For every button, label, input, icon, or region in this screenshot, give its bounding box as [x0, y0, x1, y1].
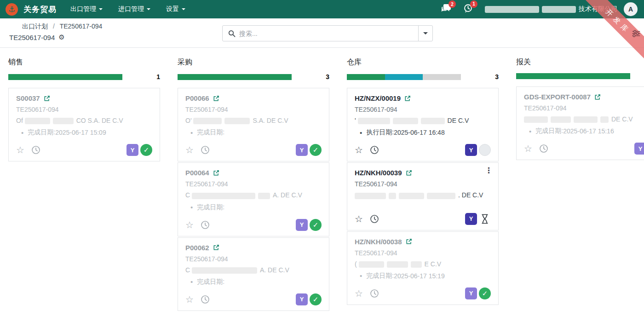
- kebab-menu-icon[interactable]: ⋮: [485, 167, 493, 174]
- star-favorite-icon[interactable]: ☆: [185, 145, 194, 155]
- column-record-count: 3: [461, 73, 499, 80]
- date-label: 完成日期:: [197, 128, 224, 137]
- messages-button[interactable]: 2: [441, 4, 451, 15]
- star-favorite-icon[interactable]: ☆: [16, 145, 24, 155]
- star-favorite-icon[interactable]: ☆: [355, 214, 363, 224]
- chevron-down-icon: [147, 8, 150, 10]
- external-link-icon[interactable]: [406, 170, 412, 176]
- progressbar-segment[interactable]: [385, 74, 423, 80]
- card-reference[interactable]: P00066: [185, 94, 209, 102]
- kanban-card[interactable]: HZ/NKH/00039⋮TE250617-094. DE C.V☆Y: [347, 162, 499, 230]
- activity-clock-icon[interactable]: [201, 145, 210, 155]
- assignee-avatar[interactable]: Y: [296, 144, 308, 156]
- assignee-avatar[interactable]: Y: [465, 287, 477, 299]
- card-reference[interactable]: HZ/NZX/00019: [355, 94, 401, 102]
- search-input[interactable]: [239, 26, 418, 41]
- progressbar-segment[interactable]: [423, 74, 461, 80]
- kanban-card[interactable]: P00062TE250617-094C A. DE C.V•完成日期:☆Y✓: [178, 237, 329, 311]
- column-title: 报关: [516, 57, 644, 67]
- kanban-card[interactable]: GDS-EXPORT-00087TE250617-094DE C.V•完成日期:…: [516, 86, 644, 160]
- menu-export-management[interactable]: 出口管理: [70, 5, 103, 13]
- kanban-card[interactable]: P00066TE250617-094O' S.A. DE C.V•完成日期:☆Y…: [178, 88, 329, 161]
- star-favorite-icon[interactable]: ☆: [355, 145, 363, 155]
- assignee-avatar[interactable]: Y: [634, 143, 644, 155]
- column-title: 采购: [178, 57, 329, 67]
- status-normal-circle-icon[interactable]: [479, 144, 491, 156]
- status-done-check-icon[interactable]: ✓: [310, 144, 322, 156]
- redacted-company-name: [542, 6, 576, 13]
- star-favorite-icon[interactable]: ☆: [185, 220, 194, 230]
- activity-clock-icon[interactable]: [370, 289, 379, 298]
- partner-text-suffix: E C.V: [425, 260, 442, 268]
- bullet-dot: •: [529, 127, 531, 135]
- breadcrumb-parent-link[interactable]: 出口计划: [22, 23, 48, 30]
- gear-icon[interactable]: ⚙: [58, 33, 64, 41]
- assignee-avatar[interactable]: Y: [465, 144, 477, 156]
- menu-import-management[interactable]: 进口管理: [118, 5, 150, 13]
- status-done-check-icon[interactable]: ✓: [140, 144, 152, 156]
- external-link-icon[interactable]: [213, 95, 219, 102]
- kanban-card[interactable]: P00064TE250617-094C A. DE C.V•完成日期:☆Y✓: [178, 162, 329, 236]
- star-favorite-icon[interactable]: ☆: [524, 144, 532, 153]
- card-title-row: S00037: [16, 94, 152, 102]
- app-name[interactable]: 关务贸易: [23, 4, 57, 15]
- date-label: 完成日期:: [197, 203, 224, 212]
- card-reference[interactable]: P00064: [185, 169, 209, 177]
- status-hourglass-icon[interactable]: [479, 213, 491, 225]
- kanban-column: 销售1S00037TE250617-094Of CO S.A. DE C.V•完…: [8, 57, 160, 312]
- card-reference[interactable]: HZ/NKH/00039: [355, 169, 402, 177]
- activity-clock-icon[interactable]: [370, 145, 379, 155]
- card-reference[interactable]: P00062: [185, 244, 209, 252]
- activities-badge: 1: [470, 0, 477, 8]
- progressbar-segment[interactable]: [178, 74, 292, 80]
- menu-label: 出口管理: [70, 5, 96, 13]
- messages-badge: 2: [448, 0, 456, 8]
- star-favorite-icon[interactable]: ☆: [355, 289, 363, 298]
- progressbar-segment[interactable]: [516, 73, 630, 79]
- card-list: P00066TE250617-094O' S.A. DE C.V•完成日期:☆Y…: [178, 88, 329, 311]
- app-logo-anchor-icon[interactable]: ⚓: [6, 3, 18, 16]
- bullet-dot: •: [190, 203, 193, 211]
- external-link-icon[interactable]: [213, 170, 219, 176]
- status-done-check-icon[interactable]: ✓: [479, 287, 491, 299]
- external-link-icon[interactable]: [594, 94, 601, 100]
- bullet-dot: •: [190, 129, 193, 137]
- card-reference[interactable]: S00037: [16, 94, 40, 102]
- assignee-avatar[interactable]: Y: [296, 219, 308, 231]
- kanban-card[interactable]: S00037TE250617-094Of CO S.A. DE C.V•完成日期…: [8, 88, 160, 161]
- activity-clock-icon[interactable]: [31, 145, 40, 155]
- search-icon: [223, 26, 239, 41]
- activity-clock-icon[interactable]: [539, 144, 548, 153]
- card-footer: ☆Y✓: [185, 219, 322, 231]
- activity-clock-icon[interactable]: [201, 220, 210, 230]
- partner-text-suffix: . DE C.V: [458, 191, 483, 199]
- user-avatar[interactable]: A: [624, 2, 638, 16]
- column-progress-row: [516, 73, 644, 79]
- sliders-filter-icon[interactable]: [631, 29, 641, 40]
- activities-button[interactable]: 1: [463, 4, 473, 15]
- card-reference[interactable]: GDS-EXPORT-00087: [524, 93, 591, 101]
- activity-clock-icon[interactable]: [201, 295, 210, 304]
- kanban-card[interactable]: HZ/NKH/00038TE250617-094( E C.V•完成日期: 20…: [347, 231, 499, 305]
- card-date-note: •完成日期:: [185, 203, 322, 212]
- menu-settings[interactable]: 设置: [166, 5, 185, 13]
- card-reference[interactable]: HZ/NKH/00038: [355, 238, 402, 246]
- progressbar-segment[interactable]: [8, 74, 122, 80]
- status-done-check-icon[interactable]: ✓: [310, 293, 322, 305]
- progressbar-segment[interactable]: [347, 74, 385, 80]
- card-date-note: •完成日期: 2025-06-17 15:19: [355, 272, 491, 280]
- star-favorite-icon[interactable]: ☆: [185, 295, 194, 304]
- partner-text-suffix: S.A. DE C.V: [253, 117, 288, 124]
- assignee-avatar[interactable]: Y: [296, 293, 308, 305]
- assignee-avatar[interactable]: Y: [465, 213, 477, 225]
- assignee-avatar[interactable]: Y: [126, 144, 138, 156]
- card-footer-right: Y✓: [125, 144, 152, 156]
- search-options-button[interactable]: [418, 26, 432, 41]
- activity-clock-icon[interactable]: [370, 214, 379, 224]
- external-link-icon[interactable]: [406, 238, 412, 245]
- kanban-card[interactable]: HZ/NZX/00019TE250617-094' DE C.V•执行日期: 2…: [347, 88, 499, 161]
- external-link-icon[interactable]: [213, 244, 219, 251]
- external-link-icon[interactable]: [404, 95, 411, 102]
- status-done-check-icon[interactable]: ✓: [310, 219, 322, 231]
- external-link-icon[interactable]: [44, 95, 50, 102]
